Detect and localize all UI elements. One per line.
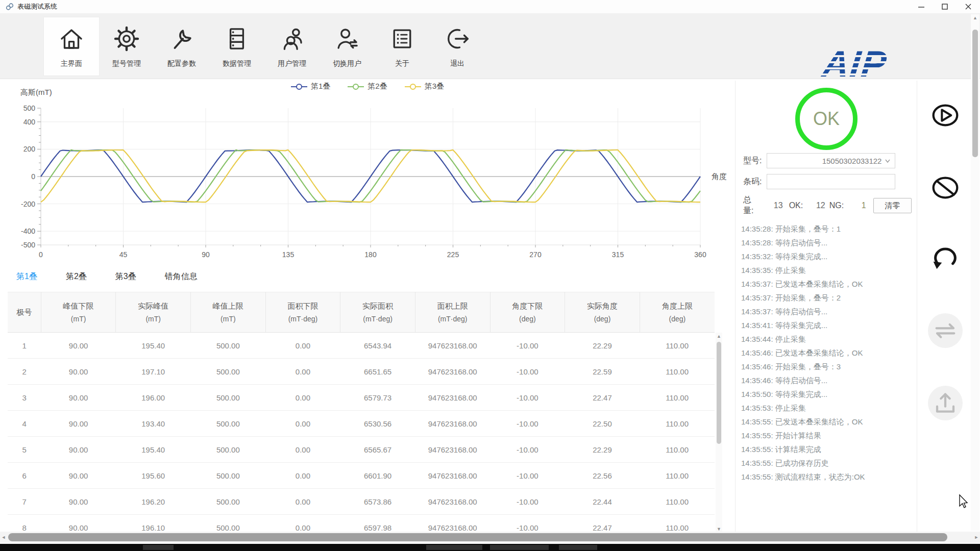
database-icon [223,25,251,55]
toolbar-item-4[interactable]: 数据管理 [209,17,264,76]
table-row[interactable]: 490.00193.40500.000.006530.56947623168.0… [8,411,715,437]
table-scroll-thumb[interactable] [717,342,721,444]
toolbar-item-label: 用户管理 [278,59,306,68]
table-row[interactable]: 690.00195.60500.000.006601.90947623168.0… [8,463,715,489]
window-scrollbar[interactable]: ▲ [971,14,979,531]
table-cell: 110.00 [640,463,715,489]
table-scrollbar[interactable]: ▲ ▼ [716,333,722,533]
result-indicator: OK [795,88,857,150]
log-entry: 14:35:41: 等待采集完成... [741,321,913,335]
column-header: 面积下限(mT·deg) [265,292,340,333]
table-row[interactable]: 290.00197.10500.000.006651.65947623168.0… [8,359,715,385]
model-select[interactable]: 15050302033122 [767,153,895,168]
svg-text:0: 0 [39,251,43,259]
toolbar-item-label: 主界面 [61,59,82,68]
maximize-button[interactable] [933,0,957,13]
ok-label: OK: [789,201,803,210]
table-cell: 196.00 [116,385,191,411]
table-cell: -10.00 [490,411,565,437]
table-cell: 500.00 [191,333,266,359]
table-cell: 6601.90 [340,463,415,489]
table-cell: 947623168.00 [415,359,490,385]
svg-text:200: 200 [23,145,36,153]
results-table: 极号峰值下限(mT)实际峰值(mT)峰值上限(mT)面积下限(mT·deg)实际… [8,292,715,541]
hscroll-thumb[interactable] [8,533,947,541]
log-entry: 14:35:37: 开始采集，叠号：2 [741,293,913,307]
table-cell: 1 [8,333,41,359]
tab-4[interactable]: 错角信息 [162,267,201,286]
log-entry: 14:35:55: 开始计算结果 [741,431,913,445]
svg-text:225: 225 [447,251,459,259]
log-panel: 14:35:28: 开始采集，叠号：114:35:28: 等待启动信号...14… [741,224,913,486]
ng-label: NG: [829,201,844,210]
winscroll-up-icon[interactable]: ▲ [971,15,979,20]
main-toolbar: 主界面型号管理配置参数数据管理用户管理切换用户关于退出 AIP [0,13,980,79]
table-cell: 6651.65 [340,359,415,385]
table-cell: 22.59 [565,359,640,385]
toolbar-item-3[interactable]: 配置参数 [154,17,209,76]
table-row[interactable]: 590.00195.40500.000.006565.67947623168.0… [8,437,715,463]
hscroll-right-icon[interactable]: ► [973,535,979,540]
total-label: 总量: [743,195,762,216]
column-header: 面积上限(mT·deg) [415,292,490,333]
table-cell: 2 [8,359,41,385]
table-row[interactable]: 390.00196.00500.000.006579.73947623168.0… [8,385,715,411]
table-cell: 4 [8,411,41,437]
table-cell: 500.00 [191,385,266,411]
column-header: 峰值上限(mT) [191,292,266,333]
hscroll-left-icon[interactable]: ◄ [1,535,7,540]
stack-tabs: 第1叠第2叠第3叠错角信息 [13,267,201,286]
upload-button [928,386,963,420]
table-cell: 947623168.00 [415,437,490,463]
tab-3[interactable]: 第3叠 [112,267,139,286]
table-cell: -10.00 [490,463,565,489]
table-cell: 22.29 [565,333,640,359]
svg-text:-400: -400 [21,227,35,235]
svg-text:-200: -200 [21,200,35,208]
scroll-down-icon[interactable]: ▼ [716,527,722,532]
toolbar-item-6[interactable]: 切换用户 [320,17,375,76]
log-entry: 14:35:53: 停止采集 [741,404,913,417]
start-button[interactable] [928,98,963,133]
toolbar-item-7[interactable]: 关于 [375,17,430,76]
table-row[interactable]: 190.00195.40500.000.006543.94947623168.0… [8,333,715,359]
table-cell: 0.00 [265,463,340,489]
scroll-up-icon[interactable]: ▲ [716,334,722,339]
table-row[interactable]: 790.00196.20500.000.006573.86947623168.0… [8,489,715,515]
table-cell: 947623168.00 [415,463,490,489]
table-cell: 90.00 [41,437,116,463]
toolbar-item-1[interactable]: 主界面 [44,17,99,76]
log-entry: 14:35:55: 测试流程结束，状态为:OK [741,472,913,486]
column-header: 实际面积(mT·deg) [340,292,415,333]
table-cell: 90.00 [41,359,116,385]
tab-2[interactable]: 第2叠 [63,267,90,286]
minimize-button[interactable] [910,0,933,13]
close-button[interactable] [957,0,980,13]
barcode-input[interactable] [767,174,895,189]
log-entry: 14:35:28: 等待启动信号... [741,238,913,252]
svg-text:0: 0 [31,172,35,181]
toolbar-item-8[interactable]: 退出 [430,17,485,76]
horizontal-scrollbar[interactable]: ◄ ► [0,532,980,543]
svg-text:180: 180 [364,251,377,259]
table-cell: 22.47 [565,385,640,411]
table-cell: 110.00 [640,385,715,411]
log-entry: 14:35:55: 已发送本叠采集结论，OK [741,417,913,431]
result-text: OK [813,108,840,130]
table-cell: 22.50 [565,411,640,437]
stop-button[interactable] [928,170,963,205]
log-entry: 14:35:50: 等待采集完成... [741,390,913,404]
table-cell: 500.00 [191,411,266,437]
winscroll-thumb[interactable] [972,30,978,157]
tab-1[interactable]: 第1叠 [13,267,40,286]
table-cell: -10.00 [490,333,565,359]
svg-text:角度: 角度 [712,172,727,181]
clear-button[interactable]: 清零 [873,198,912,213]
counter-row: 总量: 13 OK: 12 NG: 1 清零 [743,195,912,216]
repeat-button[interactable] [928,241,963,276]
toolbar-item-2[interactable]: 型号管理 [99,17,154,76]
table-cell: 0.00 [265,489,340,515]
panel-divider-left [735,81,736,532]
log-entry: 14:35:55: 计算结果完成 [741,445,913,459]
toolbar-item-5[interactable]: 用户管理 [264,17,320,76]
